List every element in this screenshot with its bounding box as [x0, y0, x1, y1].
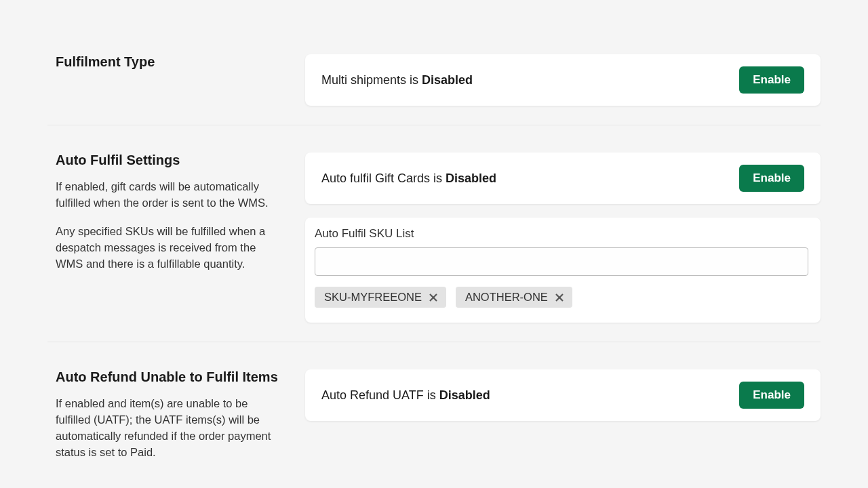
auto-refund-description: If enabled and item(s) are unable to be … [56, 396, 279, 461]
gift-cards-status-prefix: Auto fulfil Gift Cards is [321, 171, 446, 185]
fulfilment-type-title: Fulfilment Type [56, 54, 279, 70]
auto-refund-title: Auto Refund Unable to Fulfil Items [56, 369, 279, 385]
section-auto-refund: Auto Refund Unable to Fulfil Items If en… [47, 342, 821, 488]
sku-tags-row: SKU-MYFREEONE ANOTHER-ONE [315, 287, 808, 308]
auto-refund-card: Auto Refund UATF is Disabled Enable [305, 369, 821, 421]
multi-shipments-status-value: Disabled [422, 73, 473, 87]
section-fulfilment-type: Fulfilment Type Multi shipments is Disab… [47, 27, 821, 125]
multi-shipments-status-prefix: Multi shipments is [321, 73, 422, 87]
remove-sku-tag-button[interactable] [429, 293, 438, 302]
auto-refund-status-value: Disabled [439, 388, 490, 402]
auto-fulfil-gift-cards-card: Auto fulfil Gift Cards is Disabled Enabl… [305, 152, 821, 204]
section-auto-fulfil: Auto Fulfil Settings If enabled, gift ca… [47, 125, 821, 342]
gift-cards-status-value: Disabled [446, 171, 496, 185]
enable-gift-cards-button[interactable]: Enable [739, 165, 804, 192]
gift-cards-status: Auto fulfil Gift Cards is Disabled [321, 171, 496, 186]
sku-tag-label: ANOTHER-ONE [465, 291, 548, 304]
auto-fulfil-desc-p2: Any specified SKUs will be fulfilled whe… [56, 224, 279, 272]
enable-auto-refund-button[interactable]: Enable [739, 382, 804, 409]
sku-list-input[interactable] [315, 247, 808, 276]
sku-tag: SKU-MYFREEONE [315, 287, 446, 308]
close-icon [429, 293, 438, 302]
remove-sku-tag-button[interactable] [555, 293, 564, 302]
auto-fulfil-title: Auto Fulfil Settings [56, 152, 279, 168]
multi-shipments-status: Multi shipments is Disabled [321, 73, 473, 87]
auto-refund-status: Auto Refund UATF is Disabled [321, 388, 490, 403]
sku-list-card: Auto Fulfil SKU List SKU-MYFREEONE ANOTH… [305, 218, 821, 323]
sku-tag: ANOTHER-ONE [456, 287, 572, 308]
multi-shipments-card: Multi shipments is Disabled Enable [305, 54, 821, 106]
close-icon [555, 293, 564, 302]
sku-list-label: Auto Fulfil SKU List [315, 227, 808, 241]
auto-fulfil-desc-p1: If enabled, gift cards will be automatic… [56, 179, 279, 211]
auto-refund-status-prefix: Auto Refund UATF is [321, 388, 439, 402]
enable-multi-shipments-button[interactable]: Enable [739, 66, 804, 94]
sku-tag-label: SKU-MYFREEONE [324, 291, 422, 304]
auto-fulfil-description: If enabled, gift cards will be automatic… [56, 179, 279, 272]
auto-refund-desc: If enabled and item(s) are unable to be … [56, 396, 279, 461]
